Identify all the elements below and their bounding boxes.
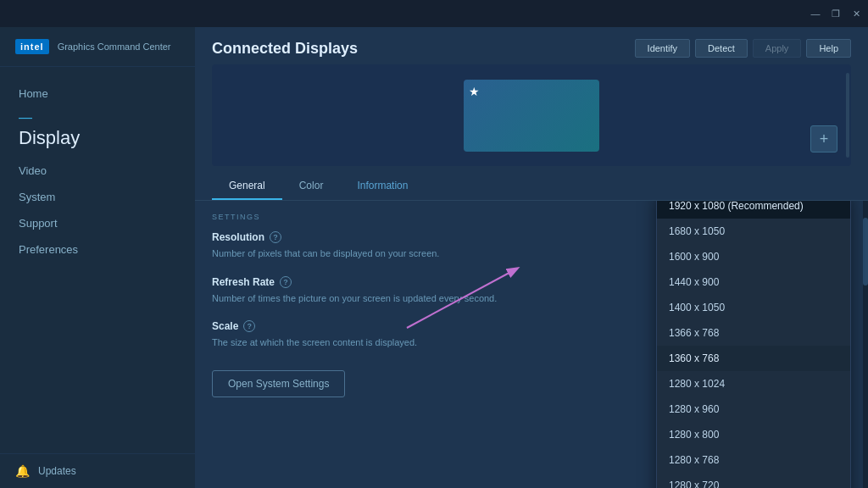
sidebar: intel Graphics Command Center Home — Dis…	[0, 27, 195, 488]
resolution-label: Resolution	[212, 231, 264, 243]
sidebar-item-display[interactable]: Display	[0, 125, 195, 158]
open-system-settings-button[interactable]: Open System Settings	[212, 370, 345, 397]
scale-help-icon[interactable]: ?	[243, 320, 255, 332]
detect-button[interactable]: Detect	[695, 39, 748, 58]
display-preview-area: ★ +	[212, 64, 851, 166]
tab-color[interactable]: Color	[282, 173, 341, 200]
scale-label: Scale	[212, 320, 238, 332]
tab-information[interactable]: Information	[340, 173, 425, 200]
close-button[interactable]: ✕	[851, 8, 861, 19]
dropdown-item-2[interactable]: 1600 x 900	[657, 244, 850, 269]
refresh-rate-label: Refresh Rate	[212, 276, 275, 288]
dropdown-item-4[interactable]: 1400 x 1050	[657, 295, 850, 320]
preview-scrollbar	[846, 73, 849, 158]
sidebar-item-video[interactable]: Video	[0, 158, 195, 184]
dropdown-item-1[interactable]: 1680 x 1050	[657, 219, 850, 244]
tabs-bar: General Color Information	[195, 166, 868, 201]
dropdown-item-3[interactable]: 1440 x 900	[657, 269, 850, 295]
display-monitor[interactable]: ★	[464, 80, 599, 152]
resolution-dropdown[interactable]: 1920 x 1080 (Recommended) 1680 x 1050 16…	[656, 201, 851, 488]
dropdown-item-5[interactable]: 1366 x 768	[657, 320, 850, 346]
title-bar: — ❐ ✕	[0, 0, 868, 27]
sidebar-item-system[interactable]: System	[0, 184, 195, 210]
bell-icon: 🔔	[15, 464, 30, 478]
page-header: Connected Displays Identify Detect Apply…	[195, 27, 868, 64]
dropdown-item-6[interactable]: 1360 x 768	[657, 346, 850, 371]
dropdown-item-8[interactable]: 1280 x 960	[657, 396, 850, 422]
identify-button[interactable]: Identify	[635, 39, 690, 58]
settings-scrollbar	[863, 201, 868, 488]
help-button[interactable]: Help	[806, 39, 851, 58]
sidebar-nav: Home — Display Video System Support Pref…	[0, 67, 195, 453]
window-controls: — ❐ ✕	[810, 8, 861, 19]
sidebar-app-title: Graphics Command Center	[58, 42, 171, 52]
sidebar-updates[interactable]: 🔔 Updates	[0, 453, 195, 488]
settings-panel: SETTINGS Resolution ? Number of pixels t…	[195, 201, 868, 488]
app-body: intel Graphics Command Center Home — Dis…	[0, 27, 868, 488]
updates-label: Updates	[38, 465, 76, 477]
monitor-star-icon: ★	[469, 85, 480, 98]
maximize-button[interactable]: ❐	[831, 8, 841, 19]
dropdown-item-7[interactable]: 1280 x 1024	[657, 371, 850, 396]
dropdown-item-10[interactable]: 1280 x 768	[657, 447, 850, 473]
tab-general[interactable]: General	[212, 173, 282, 200]
add-display-button[interactable]: +	[810, 125, 837, 152]
sidebar-item-preferences[interactable]: Preferences	[0, 236, 195, 263]
page-title: Connected Displays	[212, 40, 358, 58]
intel-logo: intel	[15, 39, 49, 54]
apply-button[interactable]: Apply	[753, 39, 802, 58]
refresh-rate-help-icon[interactable]: ?	[280, 276, 292, 288]
sidebar-logo: intel Graphics Command Center	[0, 27, 195, 67]
sidebar-item-support[interactable]: Support	[0, 210, 195, 236]
scrollbar-thumb	[863, 218, 868, 286]
dropdown-item-0[interactable]: 1920 x 1080 (Recommended)	[657, 201, 850, 219]
sidebar-item-home[interactable]: Home	[0, 80, 195, 107]
header-actions: Identify Detect Apply Help	[635, 39, 851, 58]
dropdown-item-11[interactable]: 1280 x 720	[657, 473, 850, 488]
resolution-help-icon[interactable]: ?	[270, 231, 281, 243]
dropdown-item-9[interactable]: 1280 x 800	[657, 422, 850, 447]
main-content: Connected Displays Identify Detect Apply…	[195, 27, 868, 488]
active-indicator: —	[19, 110, 32, 125]
minimize-button[interactable]: —	[810, 8, 821, 19]
